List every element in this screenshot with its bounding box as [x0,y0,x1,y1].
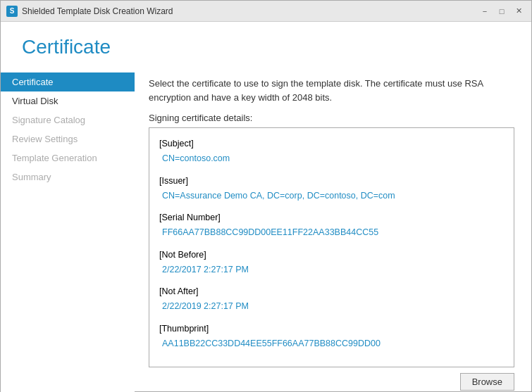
not-before-label: [Not Before] [159,248,504,263]
window-title: Shielded Template Disk Creation Wizard [22,6,478,16]
browse-row: Browse [149,373,514,391]
thumbprint-value: AA11BB22CC33DD44EE55FF66AA77BB88CC99DD00 [159,336,504,351]
sidebar-item-review-settings: Review Settings [1,129,135,148]
issuer-value: CN=Assurance Demo CA, DC=corp, DC=contos… [159,189,504,203]
maximize-button[interactable]: □ [495,4,509,18]
subject-label: [Subject] [159,137,504,151]
minimize-button[interactable]: − [478,4,492,18]
description-text: Select the certificate to use to sign th… [149,77,514,104]
not-before-value: 2/22/2017 2:27:17 PM [159,263,504,277]
sidebar-item-certificate[interactable]: Certificate [1,72,135,91]
cert-issuer-section: [Issuer] CN=Assurance Demo CA, DC=corp, … [159,174,504,204]
not-after-value: 2/22/2019 2:27:17 PM [159,299,504,314]
sidebar-item-virtual-disk[interactable]: Virtual Disk [1,91,135,110]
titlebar: S Shielded Template Disk Creation Wizard… [1,1,531,22]
sidebar: Certificate Virtual Disk Signature Catal… [1,65,135,392]
thumbprint-label: [Thumbprint] [159,322,504,336]
cert-not-before-section: [Not Before] 2/22/2017 2:27:17 PM [159,248,504,278]
main-window: S Shielded Template Disk Creation Wizard… [0,0,532,392]
browse-button[interactable]: Browse [460,373,514,391]
cert-serial-section: [Serial Number] FF66AA77BB88CC99DD00EE11… [159,210,504,241]
page-title: Certificate [1,22,531,65]
issuer-label: [Issuer] [159,174,504,189]
not-after-label: [Not After] [159,284,504,299]
sidebar-item-summary: Summary [1,167,135,186]
serial-label: [Serial Number] [159,210,504,225]
cert-thumbprint-section: [Thumbprint] AA11BB22CC33DD44EE55FF66AA7… [159,322,504,352]
app-icon: S [6,6,18,17]
subject-value: CN=contoso.com [159,151,504,166]
cert-details-box: [Subject] CN=contoso.com [Issuer] CN=Ass… [149,127,514,367]
cert-not-after-section: [Not After] 2/22/2019 2:27:17 PM [159,284,504,315]
main-body: Certificate Certificate Virtual Disk Sig… [1,22,531,392]
right-panel: Select the certificate to use to sign th… [135,65,531,392]
close-button[interactable]: ✕ [512,4,526,18]
serial-value: FF66AA77BB88CC99DD00EE11FF22AA33BB44CC55 [159,225,504,240]
sidebar-item-template-generation: Template Generation [1,148,135,167]
window-controls: − □ ✕ [478,4,526,18]
sidebar-item-signature-catalog: Signature Catalog [1,110,135,129]
cert-subject-section: [Subject] CN=contoso.com [159,137,504,167]
body-inner: Certificate Virtual Disk Signature Catal… [1,65,531,392]
cert-label: Signing certificate details: [149,113,514,123]
